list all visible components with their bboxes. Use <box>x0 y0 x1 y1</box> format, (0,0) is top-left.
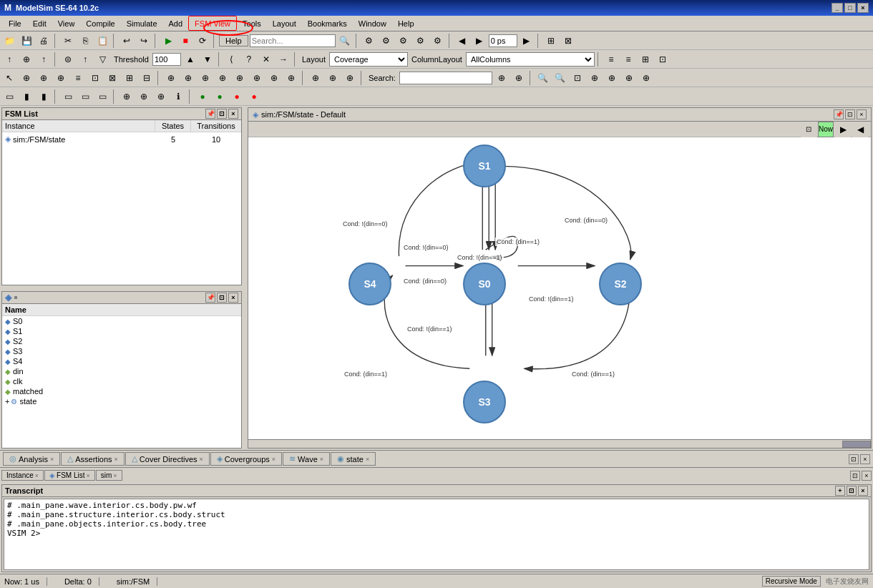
tb3-20[interactable]: ⊕ <box>342 70 358 86</box>
tb-sim5[interactable]: ⚙ <box>430 33 446 49</box>
fsm-tb-forward[interactable]: ▶ <box>835 122 851 137</box>
tab-assertions[interactable]: △ Assertions × <box>61 452 125 466</box>
tb2-5[interactable]: ↑ <box>77 52 93 67</box>
menu-file[interactable]: File <box>3 16 27 31</box>
obj-row-s3[interactable]: ◆ S3 <box>2 346 241 356</box>
tab-sim[interactable]: sim × <box>96 470 122 481</box>
tb2-10[interactable]: → <box>275 52 291 67</box>
tb4-4[interactable]: ▭ <box>60 89 76 104</box>
tb3-4[interactable]: ⊕ <box>53 70 69 86</box>
tb-sim4[interactable]: ⚙ <box>413 33 429 49</box>
minimize-button[interactable]: _ <box>831 3 843 13</box>
help-button[interactable]: Help <box>219 35 248 46</box>
menu-bookmarks[interactable]: Bookmarks <box>302 16 353 31</box>
tab-cover-close[interactable]: × <box>200 456 203 463</box>
tb4-5[interactable]: ▭ <box>77 89 93 104</box>
state-s1[interactable]: S1 <box>463 144 506 187</box>
fsm-tb-back[interactable]: ◀ <box>852 122 868 137</box>
fsm-hscrollbar[interactable] <box>248 439 871 448</box>
tab-wave[interactable]: ≋ Wave × <box>283 452 330 466</box>
tab-state[interactable]: ◉ state × <box>331 452 376 466</box>
tb3-zoom-in[interactable]: 🔍 <box>535 70 551 86</box>
menu-compile[interactable]: Compile <box>80 16 120 31</box>
tb3-search-go[interactable]: ⊕ <box>494 70 509 86</box>
hscroll-thumb[interactable] <box>842 441 871 448</box>
tb-cut[interactable]: ✂ <box>60 33 76 49</box>
threshold-up[interactable]: ▲ <box>182 52 198 67</box>
tb3-14[interactable]: ⊕ <box>232 70 248 86</box>
menu-fsm-view[interactable]: FSM View <box>188 16 237 31</box>
menu-simulate[interactable]: Simulate <box>121 16 163 31</box>
fsm-tb-1[interactable]: ⊡ <box>801 122 816 137</box>
obj-row-s1[interactable]: ◆ S1 <box>2 326 241 336</box>
fsm-list-float[interactable]: ⊡ <box>217 109 227 119</box>
tb-redo[interactable]: ↪ <box>136 33 152 49</box>
menu-tools[interactable]: Tools <box>237 16 267 31</box>
maximize-button[interactable]: □ <box>844 3 856 13</box>
tb-paste[interactable]: 📋 <box>94 33 110 49</box>
tab-wave-close[interactable]: × <box>320 456 323 463</box>
obj-row-s4[interactable]: ◆ S4 <box>2 356 241 366</box>
tb-print[interactable]: 🖨 <box>36 33 52 49</box>
tb-run[interactable]: ▶ <box>160 33 176 49</box>
tb-sim1[interactable]: ⚙ <box>361 33 377 49</box>
tb4-10[interactable]: ℹ <box>170 89 186 104</box>
fsm-view-pin[interactable]: 📌 <box>834 109 844 119</box>
tab-instance[interactable]: Instance × <box>1 470 44 481</box>
threshold-input[interactable] <box>152 53 181 66</box>
tb4-7[interactable]: ⊕ <box>119 89 135 104</box>
tb2-3[interactable]: ↑ <box>36 52 52 67</box>
obj-row-din[interactable]: ◆ din <box>2 366 241 376</box>
tb3-cursor[interactable]: ↖ <box>1 70 17 86</box>
tab-covergroups[interactable]: ◈ Covergroups × <box>210 452 282 466</box>
search-input2[interactable] <box>399 72 492 84</box>
tb3-9[interactable]: ⊟ <box>139 70 155 86</box>
ps-input[interactable] <box>489 34 517 47</box>
tb4-9[interactable]: ⊕ <box>153 89 169 104</box>
tab-analysis-close[interactable]: × <box>50 456 54 463</box>
tb2-14[interactable]: ⊡ <box>655 52 670 67</box>
tab-fsm-list-close[interactable]: × <box>87 472 90 479</box>
tb2-13[interactable]: ⊞ <box>638 52 653 67</box>
menu-view[interactable]: View <box>52 16 81 31</box>
left-tab-close[interactable]: × <box>862 471 872 481</box>
tb4-14[interactable]: ● <box>246 89 262 104</box>
tb3-17[interactable]: ⊕ <box>283 70 299 86</box>
tb-undo[interactable]: ↩ <box>119 33 135 49</box>
tb-sim3[interactable]: ⚙ <box>396 33 411 49</box>
threshold-down[interactable]: ▼ <box>200 52 215 67</box>
tb3-21[interactable]: ⊕ <box>587 70 603 86</box>
tb3-16[interactable]: ⊕ <box>266 70 282 86</box>
tab-float[interactable]: ⊡ <box>849 454 859 464</box>
tb2-2[interactable]: ⊕ <box>19 52 34 67</box>
transcript-input[interactable] <box>40 529 866 538</box>
fsm-list-close[interactable]: × <box>228 109 238 119</box>
tb2-11[interactable]: ≡ <box>603 52 619 67</box>
objects-float[interactable]: ⊡ <box>217 293 227 303</box>
tb3-13[interactable]: ⊕ <box>215 70 230 86</box>
obj-row-state[interactable]: + ⚙ state <box>2 396 241 406</box>
transcript-close[interactable]: × <box>858 486 868 496</box>
tb3-zoom-out[interactable]: 🔍 <box>552 70 568 86</box>
tb3-7[interactable]: ⊠ <box>104 70 120 86</box>
h-splitter1[interactable] <box>0 287 243 290</box>
tb-go[interactable]: ▶ <box>519 33 535 49</box>
tb-stop[interactable]: ■ <box>177 33 193 49</box>
tb-restart[interactable]: ⟳ <box>195 33 210 49</box>
search-input[interactable] <box>250 34 336 47</box>
tb3-22[interactable]: ⊕ <box>604 70 620 86</box>
objects-pin[interactable]: 📌 <box>205 293 215 303</box>
tb3-12[interactable]: ⊕ <box>197 70 213 86</box>
tab-analysis[interactable]: ◎ Analysis × <box>3 452 60 466</box>
tab-covergroups-close[interactable]: × <box>272 456 275 463</box>
obj-row-matched[interactable]: ◆ matched <box>2 386 241 396</box>
obj-row-s0[interactable]: ◆ S0 <box>2 316 241 326</box>
layout-select[interactable]: Coverage Default <box>329 52 408 67</box>
menu-help[interactable]: Help <box>392 16 420 31</box>
fsm-view-close[interactable]: × <box>857 109 867 119</box>
tb-extra2[interactable]: ⊠ <box>560 33 576 49</box>
tb3-fit[interactable]: ⊡ <box>570 70 585 86</box>
tab-instance-close[interactable]: × <box>35 472 39 479</box>
tab-sim-close[interactable]: × <box>113 472 117 479</box>
menu-add[interactable]: Add <box>163 16 189 31</box>
